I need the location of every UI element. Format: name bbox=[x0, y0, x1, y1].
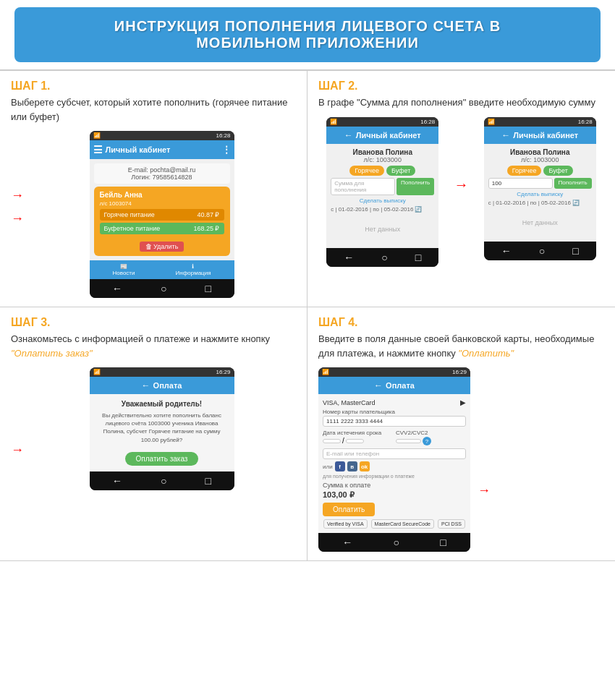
delete-btn[interactable]: 🗑 Удалить bbox=[140, 242, 184, 252]
security-badges: Verified by VISA MasterCard SecureCode P… bbox=[323, 519, 466, 529]
tab-info[interactable]: ℹ Информация bbox=[175, 263, 211, 276]
step2-phone-left: 📶 16:28 ← Личный кабинет Иванова Полина … bbox=[326, 117, 438, 267]
step2-phones: 📶 16:28 ← Личный кабинет Иванова Полина … bbox=[318, 117, 604, 267]
step4-phone: 📶 16:29 ← Оплата VISA, MasterCard ▶ Номе… bbox=[318, 367, 470, 552]
pay-btn[interactable]: Оплатить bbox=[323, 503, 375, 516]
year-field[interactable] bbox=[346, 439, 364, 443]
phone-tabs: 📰 Новости ℹ Информация bbox=[90, 260, 234, 279]
step2-phone-right: 📶 16:28 ← Личный кабинет Иванова Полина … bbox=[484, 117, 596, 260]
amount-input-right[interactable]: 100 bbox=[488, 178, 553, 189]
card-number-field[interactable]: 1111 2222 3333 4444 bbox=[323, 416, 466, 427]
home-btn[interactable]: ○ bbox=[161, 283, 166, 294]
step1-title: ШАГ 1. bbox=[11, 80, 296, 93]
step3-layout: → 📶 16:29 ← Оплата Уважаемый родитель! В… bbox=[11, 367, 296, 490]
step2-quadrant: ШАГ 2. В графе "Сумма для пополнения" вв… bbox=[308, 71, 615, 307]
step1-quadrant: ШАГ 1. Выберете субсчет, который хотите … bbox=[0, 71, 308, 307]
step1-phone: 📶 16:28 ☰ Личный кабинет ⋮ E-mail: pocht… bbox=[90, 131, 234, 298]
visa-badge: Verified by VISA bbox=[323, 519, 368, 529]
fill-btn-left[interactable]: Пополнить bbox=[396, 178, 434, 195]
cvv-help-icon[interactable]: ? bbox=[423, 437, 431, 445]
step3-quadrant: ШАГ 3. Ознакомьтесь с информацией о плат… bbox=[0, 307, 308, 561]
account-card: Бейль Анна л/с 1003074 Горячее питание 4… bbox=[94, 187, 230, 256]
back-btn[interactable]: ← bbox=[112, 283, 122, 294]
arrow-2: → bbox=[11, 212, 24, 225]
cvv-field[interactable] bbox=[396, 439, 421, 443]
step3-desc: Ознакомьтесь с информацией о платеже и н… bbox=[11, 332, 296, 360]
pay-order-btn[interactable]: Оплатить заказ bbox=[125, 452, 199, 466]
amount-input-left[interactable]: Сумма для пополнения bbox=[331, 178, 395, 195]
step4-title: ШАГ 4. bbox=[318, 316, 604, 329]
arrow-1: → bbox=[11, 189, 24, 202]
phone-body: E-mail: pochta@mail.ru Логин: 7958561482… bbox=[90, 159, 234, 260]
step3-title: ШАГ 3. bbox=[11, 316, 296, 329]
step2-desc: В графе "Сумма для пополнения" введите н… bbox=[318, 95, 604, 110]
vk-icon[interactable]: в bbox=[347, 461, 357, 471]
hot-food-item: Горячее питание 40.87 ₽ bbox=[100, 209, 224, 221]
step1-content: → → 📶 16:28 ☰ Личный кабинет ⋮ E-mail: p… bbox=[11, 131, 296, 298]
step4-arrow: → bbox=[478, 483, 491, 498]
step2-title: ШАГ 2. bbox=[318, 80, 604, 93]
step3-arrow: → bbox=[11, 443, 24, 458]
recent-btn[interactable]: □ bbox=[205, 283, 211, 294]
main-grid: ШАГ 1. Выберете субсчет, который хотите … bbox=[0, 69, 615, 561]
buffet-item: Буфетное питание 168.25 ₽ bbox=[100, 223, 224, 234]
step4-desc: Введите в поля данные своей банковской к… bbox=[318, 332, 604, 360]
step1-desc: Выберете субсчет, который хотите пополни… bbox=[11, 95, 296, 124]
pcidss-badge: PCI DSS bbox=[438, 519, 465, 529]
page-header: ИНСТРУКЦИЯ ПОПОЛНЕНИЯ ЛИЦЕВОГО СЧЕТА В М… bbox=[14, 7, 601, 62]
pay-body: Уважаемый родитель! Вы действительно хот… bbox=[90, 394, 234, 471]
month-field[interactable] bbox=[323, 439, 341, 443]
arrow-between-phones: → bbox=[454, 176, 469, 193]
status-bar: 📶 16:28 bbox=[90, 131, 234, 140]
mastercard-badge: MasterCard SecureCode bbox=[371, 519, 434, 529]
email-field[interactable]: E-mail или телефон bbox=[323, 448, 466, 459]
fill-btn-right[interactable]: Пополнить bbox=[554, 178, 592, 189]
pay4-body: VISA, MasterCard ▶ Номер карты плательщи… bbox=[318, 394, 470, 533]
phone-header: ☰ Личный кабинет ⋮ bbox=[90, 140, 234, 159]
header-title: ИНСТРУКЦИЯ ПОПОЛНЕНИЯ ЛИЦЕВОГО СЧЕТА В М… bbox=[29, 18, 586, 51]
ok-icon[interactable]: ok bbox=[360, 461, 370, 471]
tab-news[interactable]: 📰 Новости bbox=[113, 263, 135, 276]
step3-phone: 📶 16:29 ← Оплата Уважаемый родитель! Вы … bbox=[90, 367, 234, 490]
phone-footer: ← ○ □ bbox=[90, 279, 234, 298]
step4-quadrant: ШАГ 4. Введите в поля данные своей банко… bbox=[308, 307, 615, 561]
user-email: E-mail: pochta@mail.ru Логин: 7958561482… bbox=[94, 163, 230, 184]
step4-layout: 📶 16:29 ← Оплата VISA, MasterCard ▶ Номе… bbox=[318, 367, 604, 552]
facebook-icon[interactable]: f bbox=[335, 461, 345, 471]
